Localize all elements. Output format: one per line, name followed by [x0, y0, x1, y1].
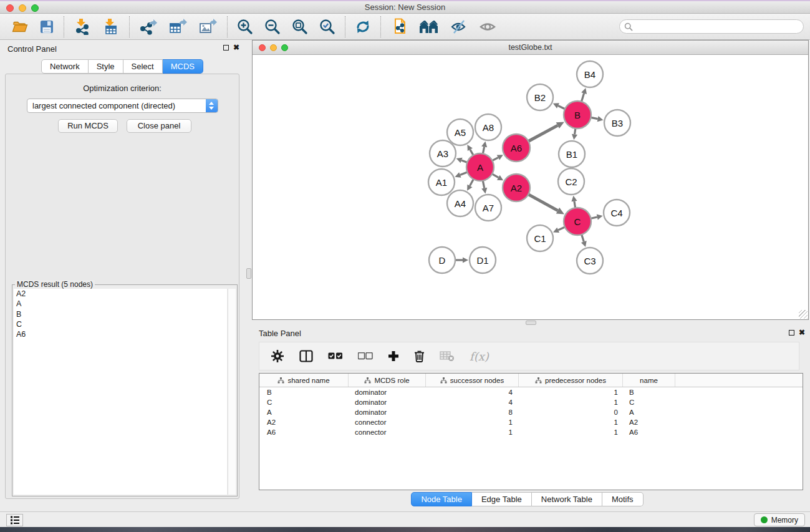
zoom-out-button[interactable] [259, 16, 286, 38]
deselect-all-rows-button[interactable] [357, 345, 374, 367]
column-header-shared-name[interactable]: shared name [259, 374, 349, 387]
task-history-button[interactable] [6, 514, 23, 526]
tab-select[interactable]: Select [123, 59, 163, 74]
search-field[interactable] [619, 19, 804, 34]
mcds-result-item[interactable]: B [14, 309, 227, 319]
graph-node-C4[interactable]: C4 [604, 200, 630, 226]
graph-edge-A-A8[interactable] [481, 142, 487, 154]
import-network-button[interactable] [68, 16, 97, 38]
tab-motifs[interactable]: Motifs [602, 492, 644, 506]
graph-node-A5[interactable]: A5 [447, 119, 473, 145]
new-network-from-selection-button[interactable] [385, 16, 413, 38]
tab-mcds[interactable]: MCDS [163, 59, 203, 74]
float-table-panel-icon[interactable] [789, 330, 794, 336]
graph-edge-C-C1[interactable] [553, 227, 565, 233]
graph-node-A1[interactable]: A1 [428, 169, 455, 195]
graph-node-A7[interactable]: A7 [475, 195, 501, 221]
first-neighbors-button[interactable] [413, 16, 445, 38]
tab-style[interactable]: Style [89, 59, 123, 74]
graph-node-C3[interactable]: C3 [577, 248, 603, 274]
memory-button[interactable]: Memory [754, 513, 805, 526]
table-row[interactable]: Bdominator41B [259, 387, 803, 397]
vertical-splitter-handle[interactable] [246, 268, 251, 279]
show-column-button[interactable] [298, 345, 314, 367]
graph-node-A6[interactable]: A6 [503, 134, 530, 162]
export-table-button[interactable] [163, 16, 193, 38]
graph-node-C[interactable]: C [564, 208, 591, 235]
mcds-result-item[interactable]: A6 [14, 329, 227, 339]
zoom-selected-button[interactable] [314, 16, 341, 38]
mcds-list-scrollbar[interactable] [228, 289, 236, 495]
graph-edge-B-B1[interactable] [572, 128, 577, 140]
zoom-fit-button[interactable] [286, 16, 314, 38]
search-input[interactable] [633, 21, 803, 32]
mcds-result-item[interactable]: C [14, 319, 227, 329]
export-image-button[interactable] [193, 16, 223, 38]
graph-edge-C-C4[interactable] [591, 214, 602, 220]
graph-node-B3[interactable]: B3 [604, 110, 630, 136]
tab-edge-table[interactable]: Edge Table [472, 492, 532, 506]
mcds-result-item[interactable]: A [14, 299, 227, 309]
graph-edge-B-B2[interactable] [553, 103, 565, 109]
column-header-name[interactable]: name [623, 374, 675, 387]
graph-node-B1[interactable]: B1 [559, 141, 585, 167]
graph-node-B[interactable]: B [564, 101, 591, 128]
export-network-button[interactable] [133, 16, 163, 38]
table-row[interactable]: A2connector11A2 [259, 417, 803, 427]
show-graphics-details-button[interactable] [473, 16, 502, 38]
graph-node-D[interactable]: D [429, 247, 455, 273]
select-all-rows-button[interactable] [327, 345, 344, 367]
graph-node-B4[interactable]: B4 [577, 61, 603, 87]
graph-node-C2[interactable]: C2 [558, 168, 584, 195]
run-mcds-button[interactable]: Run MCDS [58, 119, 118, 133]
graph-node-A4[interactable]: A4 [447, 190, 473, 216]
graph-node-D1[interactable]: D1 [470, 247, 496, 273]
graph-edge-A-A2[interactable] [492, 174, 503, 180]
column-header-successor-nodes[interactable]: successor nodes [426, 374, 519, 387]
float-panel-icon[interactable] [223, 45, 229, 51]
zoom-in-button[interactable] [231, 16, 259, 38]
function-builder-button[interactable]: f(x) [468, 345, 490, 367]
graph-edge-A-A5[interactable] [467, 145, 473, 155]
graph-node-A[interactable]: A [466, 153, 494, 181]
graph-edge-B-B4[interactable] [581, 88, 587, 102]
table-settings-button[interactable] [269, 345, 286, 367]
graph-edge-A-A1[interactable] [455, 172, 467, 178]
open-session-button[interactable] [6, 16, 34, 38]
graph-node-B2[interactable]: B2 [527, 84, 553, 110]
delete-table-button[interactable] [438, 345, 456, 367]
close-panel-icon[interactable]: ✖ [233, 44, 239, 51]
graph-node-A2[interactable]: A2 [503, 174, 530, 201]
graph-node-A8[interactable]: A8 [475, 114, 501, 140]
tab-node-table[interactable]: Node Table [411, 492, 472, 506]
delete-column-button[interactable] [413, 345, 426, 367]
column-header-MCDS-role[interactable]: MCDS role [349, 374, 426, 387]
graph-edge-A-A3[interactable] [456, 158, 468, 163]
graph-edge-A-A6[interactable] [492, 155, 503, 160]
criterion-select[interactable]: largest connected component (directed) [27, 99, 218, 113]
graph-edge-A6-B[interactable] [528, 122, 564, 141]
close-table-panel-icon[interactable]: ✖ [799, 329, 805, 336]
graph-edge-A2-C[interactable] [528, 195, 564, 215]
graph-edge-B-B3[interactable] [591, 116, 604, 122]
table-row[interactable]: Cdominator41C [259, 397, 803, 407]
create-column-button[interactable] [387, 345, 400, 367]
table-row[interactable]: Adominator80A [259, 407, 803, 417]
graph-edge-D-D1[interactable] [455, 257, 468, 263]
network-canvas[interactable]: B4B2BB3B1A5A8A6A3AA1C2A2A4A7C4CC1C3DD1 [253, 55, 808, 319]
refresh-button[interactable] [349, 16, 377, 38]
horizontal-splitter-handle[interactable] [526, 321, 536, 325]
mcds-result-item[interactable]: A2 [14, 289, 227, 299]
hide-selected-button[interactable] [445, 16, 473, 38]
graph-node-C1[interactable]: C1 [527, 225, 553, 251]
column-header-predecessor-nodes[interactable]: predecessor nodes [519, 374, 623, 387]
graph-edge-C-C2[interactable] [571, 196, 577, 208]
table-row[interactable]: A6connector11A6 [259, 427, 803, 437]
import-table-button[interactable] [97, 16, 125, 38]
tab-network-table[interactable]: Network Table [532, 492, 602, 506]
graph-edge-C-C3[interactable] [581, 235, 587, 247]
window-resize-grip[interactable] [799, 310, 808, 319]
close-panel-button[interactable]: Close panel [127, 119, 191, 133]
graph-edge-A-A7[interactable] [481, 181, 487, 194]
graph-node-A3[interactable]: A3 [430, 140, 456, 167]
